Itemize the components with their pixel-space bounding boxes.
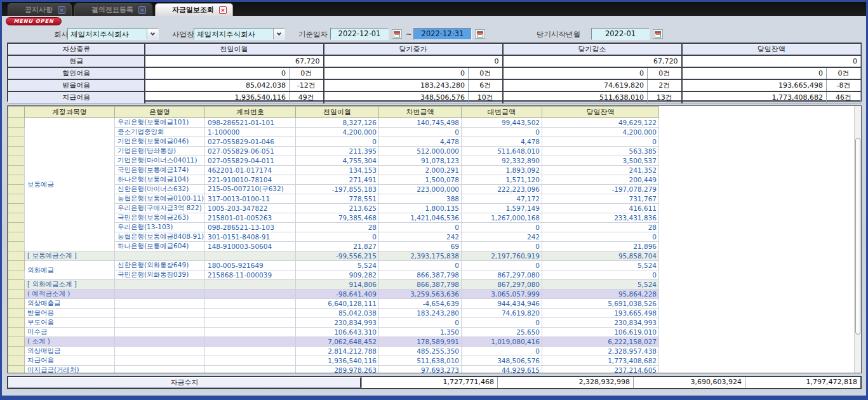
amount-cell[interactable]: 74,619,820 [462, 309, 542, 318]
account-label-cell[interactable]: ( 소계 ) [25, 337, 115, 347]
amount-cell[interactable]: 6,640,128,111 [296, 299, 379, 309]
grid-row[interactable]: [ 보통예금소계 ]-99,556,2152,393,175,8382,197,… [8, 251, 659, 261]
amount-cell[interactable]: 2,000,291 [379, 166, 462, 175]
amount-cell[interactable]: 21,896 [542, 242, 659, 251]
row-selector-cell[interactable] [8, 128, 25, 137]
summary-row[interactable]: 할인어음00건00건00건00건 [9, 67, 861, 79]
account-number-cell[interactable]: 027-055829-06-051 [205, 147, 296, 156]
account-label-cell[interactable]: 외상매출금 [25, 299, 115, 309]
amount-cell[interactable]: 3,500,537 [542, 156, 659, 166]
amount-cell[interactable]: 4,478 [379, 137, 462, 147]
summary-row[interactable]: 지급어음1,936,540,11649건348,506,57610건511,63… [9, 91, 861, 103]
row-selector-cell[interactable] [8, 318, 25, 328]
amount-cell[interactable]: 0 [296, 232, 379, 242]
amount-cell[interactable]: 0 [379, 318, 462, 328]
amount-cell[interactable]: 69 [379, 242, 462, 251]
account-label-cell[interactable]: 미지급금(거래처) [25, 366, 115, 374]
amount-cell[interactable]: 237,214,605 [542, 366, 659, 374]
calendar-icon[interactable] [653, 29, 663, 39]
account-number-cell[interactable]: 098-286521-13-103 [205, 223, 296, 232]
amount-cell[interactable]: 106,619,010 [542, 328, 659, 337]
account-number-cell[interactable]: 148-910003-50604 [205, 242, 296, 251]
account-number-cell[interactable]: 221-910010-78104 [205, 175, 296, 185]
amount-cell[interactable]: 79,385,468 [296, 213, 379, 223]
amount-cell[interactable]: 0 [379, 223, 462, 232]
tab-close-icon[interactable]: × [138, 6, 146, 14]
amount-cell[interactable]: 230,834,993 [296, 318, 379, 328]
amount-cell[interactable]: 0 [542, 270, 659, 280]
account-number-cell[interactable]: 462201-01-017174 [205, 166, 296, 175]
amount-cell[interactable]: 563,385 [542, 147, 659, 156]
amount-cell[interactable]: 867,297,080 [462, 270, 542, 280]
grid-row[interactable]: ( 예적금소계 )-98,641,4093,259,563,6363,065,0… [8, 290, 659, 299]
grid-row[interactable]: 외화예금신한은행(외화통장649)180-005-9216495,524005,… [8, 261, 659, 270]
row-selector-cell[interactable] [8, 204, 25, 213]
amount-cell[interactable]: 140,745,498 [379, 118, 462, 128]
amount-cell[interactable]: 511,648,010 [462, 147, 542, 156]
bank-name-cell[interactable]: 기업은행(보통예금046) [115, 137, 205, 147]
amount-cell[interactable]: 1,800,135 [379, 204, 462, 213]
account-number-cell[interactable]: 180-005-921649 [205, 261, 296, 270]
row-selector-cell[interactable] [8, 213, 25, 223]
period-start-input[interactable]: 2022-01 [591, 28, 650, 40]
amount-cell[interactable]: 1,936,540,116 [296, 356, 379, 366]
amount-cell[interactable]: 944,434,946 [462, 299, 542, 309]
row-selector-cell[interactable] [8, 251, 25, 261]
row-selector-cell[interactable] [8, 242, 25, 251]
amount-cell[interactable]: 867,297,080 [462, 280, 542, 290]
chevron-down-icon[interactable] [273, 29, 284, 39]
bank-name-cell[interactable]: 우리은행(구매자금3억 822) [115, 204, 205, 213]
row-selector-cell[interactable] [8, 232, 25, 242]
amount-cell[interactable]: 1,597,149 [462, 204, 542, 213]
bank-name-cell[interactable]: 하나은행(보통예금104) [115, 175, 205, 185]
site-select[interactable]: 제일저지주식회사 [194, 28, 285, 40]
amount-cell[interactable]: 99,443,502 [462, 118, 542, 128]
row-selector-cell[interactable] [8, 223, 25, 232]
row-selector-cell[interactable] [8, 185, 25, 194]
amount-cell[interactable]: 134,153 [296, 166, 379, 175]
amount-cell[interactable]: 95,864,228 [542, 290, 659, 299]
amount-cell[interactable]: 2,197,760,919 [462, 251, 542, 261]
amount-cell[interactable]: 85,042,038 [296, 309, 379, 318]
amount-cell[interactable]: 193,665,498 [542, 309, 659, 318]
amount-cell[interactable]: 271,491 [296, 175, 379, 185]
row-selector-cell[interactable] [8, 299, 25, 309]
amount-cell[interactable]: 211,395 [296, 147, 379, 156]
amount-cell[interactable]: -197,078,279 [542, 185, 659, 194]
amount-cell[interactable]: 230,834,993 [542, 318, 659, 328]
amount-cell[interactable]: 4,478 [462, 137, 542, 147]
account-number-cell[interactable]: 317-0013-0100-11 [205, 194, 296, 204]
row-selector-cell[interactable] [8, 366, 25, 374]
amount-cell[interactable]: 25,650 [462, 328, 542, 337]
amount-cell[interactable]: 1,571,120 [462, 175, 542, 185]
account-label-cell[interactable]: 지급어음 [25, 356, 115, 366]
amount-cell[interactable]: 4,200,000 [296, 128, 379, 137]
account-number-cell[interactable]: 215868-11-000039 [205, 270, 296, 280]
amount-cell[interactable]: 44,929,615 [462, 366, 542, 374]
amount-cell[interactable]: 512,000,000 [379, 147, 462, 156]
row-selector-cell[interactable] [8, 347, 25, 356]
amount-cell[interactable]: 28 [542, 223, 659, 232]
amount-cell[interactable]: 0 [296, 137, 379, 147]
row-selector-cell[interactable] [8, 156, 25, 166]
amount-cell[interactable]: 5,524 [296, 261, 379, 270]
grid-row[interactable]: 보통예금우리은행(보통예금101)098-286521-01-1018,327,… [8, 118, 659, 128]
tab-close-icon[interactable]: × [58, 6, 65, 14]
calendar-icon[interactable] [392, 29, 402, 39]
account-label-cell[interactable]: 미수금 [25, 328, 115, 337]
summary-row[interactable]: 현금67,720067,7200 [9, 55, 861, 67]
account-number-cell[interactable]: 098-286521-01-101 [205, 118, 296, 128]
bank-name-cell[interactable]: 신한은행(외화통장649) [115, 261, 205, 270]
amount-cell[interactable]: 0 [462, 242, 542, 251]
amount-cell[interactable]: 0 [542, 137, 659, 147]
row-selector-cell[interactable] [8, 194, 25, 204]
account-number-cell[interactable]: 027-055829-04-011 [205, 156, 296, 166]
row-selector-cell[interactable] [8, 270, 25, 280]
company-select[interactable]: 제일저지주식회사 [67, 28, 159, 40]
bank-name-cell[interactable]: 국민은행(외화통장039) [115, 270, 205, 280]
account-label-cell[interactable]: [ 보통예금소계 ] [25, 251, 115, 261]
row-selector-cell[interactable] [8, 356, 25, 366]
grid-row[interactable]: ( 소계 )7,062,648,452178,589,9911,019,080,… [8, 337, 659, 347]
amount-cell[interactable]: 7,062,648,452 [296, 337, 379, 347]
amount-cell[interactable]: 213,625 [296, 204, 379, 213]
